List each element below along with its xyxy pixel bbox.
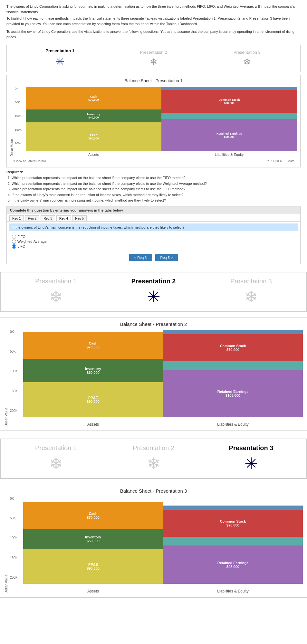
pres2-snowflake1-icon: ❄ xyxy=(49,288,63,306)
next-btn[interactable]: Req 5 > xyxy=(155,254,178,261)
question-box: Complete this question by entering your … xyxy=(6,206,301,264)
chart2-cash: Cash$70,000 xyxy=(23,332,163,359)
pres2-label-2: Presentation 2 xyxy=(131,278,176,285)
req-tab-2[interactable]: Req 2 xyxy=(25,215,40,221)
chart3-area: Dollar Value 200K 150K 100K 50K 0K Cash$… xyxy=(4,497,303,593)
chart1-commonstock-segment: Common Stock$70,000 xyxy=(161,90,297,113)
pres2-item-1[interactable]: Presentation 1 ❄ xyxy=(7,278,105,306)
chart3-inner: 200K 150K 100K 50K 0K Cash$70,000 Invent… xyxy=(10,497,303,593)
req-question-4: If the owners of Lindy's main concern is… xyxy=(12,192,301,198)
intro-para2: To highlight how each of these methods i… xyxy=(6,16,301,26)
req-tab-3[interactable]: Req 3 xyxy=(41,215,55,221)
req-tab-4[interactable]: Req 4 xyxy=(56,215,71,221)
chart1-retained-segment: Retained Earnings$90,000 xyxy=(161,119,297,151)
presentation3-label: Presentation 3 xyxy=(234,50,261,55)
presentation3-tab[interactable]: Presentation 3 ❄ xyxy=(200,50,294,67)
chart2-inner: 200K 150K 100K 50K 0K Cash$70,000 Invent… xyxy=(10,330,303,427)
radio-lifo-label: LIFO xyxy=(17,244,25,248)
radio-weighted[interactable]: Weighted-Average xyxy=(12,239,295,244)
presentation1-tab[interactable]: Presentation 1 ✳ xyxy=(13,48,107,69)
chart3-title: Balance Sheet - Presentation 3 xyxy=(4,488,303,494)
chart3-bars-wrapper: 200K 150K 100K 50K 0K Cash$70,000 Invent… xyxy=(10,497,303,587)
pres3-snowflake1-icon: ❄ xyxy=(49,454,63,473)
nav-buttons: < Req 3 Req 5 > xyxy=(7,251,300,264)
chart1-ppe-segment: PP&E$90,000 xyxy=(26,122,161,151)
chart2-bars: Cash$70,000 Inventory$60,000 PP&E$90,000 xyxy=(23,330,303,417)
chart1-bars-wrapper: 200K 150K 100K 50K 0K Cash$70,000 Invent… xyxy=(15,87,297,151)
radio-fifo-input[interactable] xyxy=(12,235,16,239)
chart3-y-label: Dollar Value xyxy=(4,497,8,593)
presentation1-selector: Presentation 1 ✳ Presentation 2 ❄ Presen… xyxy=(6,45,301,72)
pres3-snowflake3-icon: ✳ xyxy=(245,454,258,473)
presentation2-snowflake-icon: ❄ xyxy=(150,57,157,67)
intro-section: The owners of Lindy Corporation is askin… xyxy=(0,0,307,42)
prev-btn[interactable]: < Req 3 xyxy=(129,254,152,261)
radio-group: FIFO Weighted-Average LIFO xyxy=(7,233,300,251)
req-tab-5[interactable]: Req 5 xyxy=(72,215,87,221)
chart3-liabilities-bar: Common Stock$70,000 Retained Earnings$98… xyxy=(163,497,303,584)
pres3-item-2[interactable]: Presentation 2 ❄ xyxy=(105,444,202,473)
chart1-bars: Cash$70,000 Inventory$40,000 PP&E$90,000 xyxy=(26,87,297,151)
radio-lifo-input[interactable] xyxy=(12,244,16,249)
chart1-inventory-segment: Inventory$40,000 xyxy=(26,109,161,122)
pres2-snowflake3-icon: ❄ xyxy=(245,288,258,306)
pres2-snowflake2-icon: ✳ xyxy=(147,288,160,306)
pres3-item-3[interactable]: Presentation 3 ✳ xyxy=(202,444,300,473)
chart2-assets-bar: Cash$70,000 Inventory$60,000 PP&E$90,000 xyxy=(23,330,163,417)
chart1-inner: 200K 150K 100K 50K 0K Cash$70,000 Invent… xyxy=(15,87,297,156)
required-section: Required: Which presentation represents … xyxy=(6,170,301,204)
presentation3-large-selector: Presentation 1 ❄ Presentation 2 ❄ Presen… xyxy=(0,439,307,479)
chart3-blue xyxy=(163,506,303,510)
chart1-y-ticks: 200K 150K 100K 50K 0K xyxy=(15,87,24,151)
chart1-toolbar[interactable]: ⊙ View on Tableau Public ↶ ↷ ⊡ ⊞ ✉ ☰ Sha… xyxy=(10,158,297,164)
intro-para3: To assist the owner of Lindy Corporation… xyxy=(6,29,301,40)
pres2-item-3[interactable]: Presentation 3 ❄ xyxy=(202,278,300,306)
radio-fifo[interactable]: FIFO xyxy=(12,234,295,239)
chart1-liabilities-bar: Common Stock$70,000 Retained Earnings$90… xyxy=(161,87,297,151)
chart1-blue-segment xyxy=(161,87,297,90)
req-question-5: If the Lindy owners' main concern is inc… xyxy=(12,198,301,204)
chart1-assets-bar: Cash$70,000 Inventory$40,000 PP&E$90,000 xyxy=(26,87,161,151)
chart2-y-ticks: 200K 150K 100K 50K 0K xyxy=(10,330,21,420)
chart1-teal-segment xyxy=(161,113,297,119)
pres3-label-3: Presentation 3 xyxy=(229,444,273,452)
pres3-item-1[interactable]: Presentation 1 ❄ xyxy=(7,444,105,473)
radio-weighted-input[interactable] xyxy=(12,240,16,244)
presentation2-tab[interactable]: Presentation 2 ❄ xyxy=(107,50,200,67)
req-tabs[interactable]: Req 1 Req 2 Req 3 Req 4 Req 5 xyxy=(7,214,300,222)
radio-weighted-label: Weighted-Average xyxy=(17,240,47,243)
req-tab-1[interactable]: Req 1 xyxy=(9,215,24,221)
chart2-bars-wrapper: 200K 150K 100K 50K 0K Cash$70,000 Invent… xyxy=(10,330,303,420)
chart3-cash: Cash$70,000 xyxy=(23,502,163,529)
chart3-bars: Cash$70,000 Inventory$50,000 PP&E$90,000 xyxy=(23,497,303,584)
chart3-container: Balance Sheet - Presentation 3 Dollar Va… xyxy=(0,484,307,598)
chart3-teal xyxy=(163,537,303,545)
presentation1-snowflake-icon: ✳ xyxy=(55,55,65,69)
intro-para1: The owners of Lindy Corporation is askin… xyxy=(6,4,301,14)
presentation2-large-selector: Presentation 1 ❄ Presentation 2 ✳ Presen… xyxy=(0,272,307,312)
chart1-y-label: Dollar Value xyxy=(10,139,14,156)
pres2-item-2[interactable]: Presentation 2 ✳ xyxy=(105,278,202,306)
chart2-commonstock: Common Stock$70,000 xyxy=(163,334,303,361)
pres3-label-2: Presentation 2 xyxy=(133,444,174,452)
chart3-inventory: Inventory$50,000 xyxy=(23,529,163,549)
chart2-ppe: PP&E$90,000 xyxy=(23,382,163,417)
pres2-label-1: Presentation 1 xyxy=(35,278,77,285)
chart3-y-ticks: 200K 150K 100K 50K 0K xyxy=(10,497,21,587)
chart2-container: Balance Sheet - Presentation 2 Dollar Va… xyxy=(0,317,307,431)
pres2-label-3: Presentation 3 xyxy=(230,278,272,285)
chart1-title: Balance Sheet - Presentation 1 xyxy=(10,78,297,83)
chart2-teal xyxy=(163,361,303,370)
chart1-cash-segment: Cash$70,000 xyxy=(26,87,161,109)
required-header: Required: xyxy=(6,170,301,174)
radio-lifo[interactable]: LIFO xyxy=(12,244,295,249)
chart1-container: Balance Sheet - Presentation 1 Dollar Va… xyxy=(6,75,301,167)
presentation1-label: Presentation 1 xyxy=(45,48,74,53)
chart2-liabilities-bar: Common Stock$70,000 Retained Earnings$10… xyxy=(163,330,303,417)
chart3-assets-bar: Cash$70,000 Inventory$50,000 PP&E$90,000 xyxy=(23,497,163,584)
chart2-retained: Retained Earnings$106,000 xyxy=(163,370,303,417)
req-question-2: Which presentation represents the impact… xyxy=(12,181,301,187)
chart2-blue xyxy=(163,330,303,335)
chart2-x-labels: Assets Liabilities & Equity xyxy=(10,420,303,427)
chart1-assets-label: Assets xyxy=(26,151,161,156)
